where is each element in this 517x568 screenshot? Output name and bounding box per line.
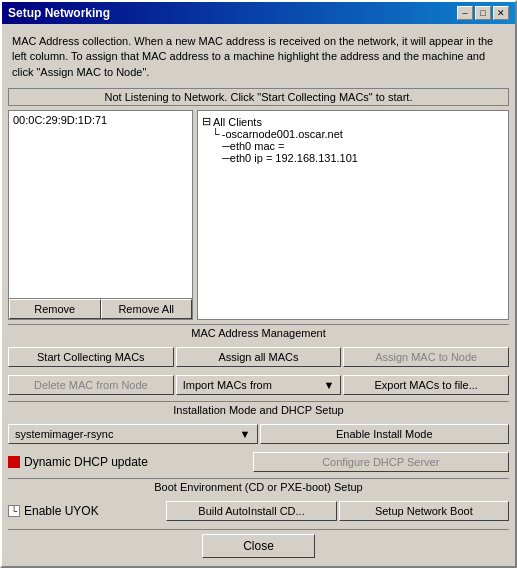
mac-address-item[interactable]: 00:0C:29:9D:1D:71 bbox=[11, 113, 190, 127]
tree-eth0-mac-label: ─eth0 mac = bbox=[222, 140, 285, 152]
dhcp-status-icon bbox=[8, 456, 20, 468]
window-title: Setup Networking bbox=[8, 6, 110, 20]
main-window: Setup Networking – □ ✕ MAC Address colle… bbox=[0, 0, 517, 568]
node-tree-panel[interactable]: ⊟ All Clients └ -oscarnode001.oscar.net … bbox=[197, 110, 509, 320]
close-button-main[interactable]: Close bbox=[202, 534, 315, 558]
panel-buttons: Remove Remove All bbox=[9, 298, 192, 319]
assign-all-button[interactable]: Assign all MACs bbox=[176, 347, 342, 367]
systemimager-arrow-icon: ▼ bbox=[240, 428, 251, 440]
start-collecting-button[interactable]: Start Collecting MACs bbox=[8, 347, 174, 367]
tree-root-label: All Clients bbox=[213, 116, 262, 128]
mac-management-row1: Start Collecting MACs Assign all MACs As… bbox=[8, 345, 509, 369]
build-autoinstall-button[interactable]: Build AutoInstall CD... bbox=[166, 501, 336, 521]
content-area: MAC Address collection. When a new MAC a… bbox=[2, 24, 515, 566]
install-row2: Dynamic DHCP update Configure DHCP Serve… bbox=[8, 450, 509, 474]
tree-node-label: -oscarnode001.oscar.net bbox=[222, 128, 343, 140]
setup-network-boot-button[interactable]: Setup Network Boot bbox=[339, 501, 509, 521]
close-row: Close bbox=[8, 529, 509, 560]
mac-list-panel: 00:0C:29:9D:1D:71 Remove Remove All bbox=[8, 110, 193, 320]
import-arrow-icon: ▼ bbox=[323, 379, 334, 391]
systemimager-label: systemimager-rsync bbox=[15, 428, 113, 440]
delete-mac-button[interactable]: Delete MAC from Node bbox=[8, 375, 174, 395]
title-bar: Setup Networking – □ ✕ bbox=[2, 2, 515, 24]
panels-row: 00:0C:29:9D:1D:71 Remove Remove All ⊟ Al… bbox=[8, 110, 509, 320]
tree-eth0-ip: ─eth0 ip = 192.168.131.101 bbox=[222, 152, 504, 164]
mac-list[interactable]: 00:0C:29:9D:1D:71 bbox=[9, 111, 192, 298]
import-macs-button[interactable]: Import MACs from ▼ bbox=[176, 375, 342, 395]
install-row1: systemimager-rsync ▼ Enable Install Mode bbox=[8, 422, 509, 446]
tree-connector: └ bbox=[212, 128, 220, 140]
boot-section-label: Boot Environment (CD or PXE-boot) Setup bbox=[8, 478, 509, 495]
enable-uyok-label: Enable UYOK bbox=[24, 504, 99, 518]
tree-node: └ -oscarnode001.oscar.net bbox=[212, 128, 504, 140]
import-macs-label: Import MACs from bbox=[183, 379, 272, 391]
assign-mac-to-node-button[interactable]: Assign MAC to Node bbox=[343, 347, 509, 367]
configure-dhcp-button[interactable]: Configure DHCP Server bbox=[253, 452, 510, 472]
mac-management-row2: Delete MAC from Node Import MACs from ▼ … bbox=[8, 373, 509, 397]
enable-install-button[interactable]: Enable Install Mode bbox=[260, 424, 510, 444]
mac-management-label: MAC Address Management bbox=[8, 324, 509, 341]
remove-button[interactable]: Remove bbox=[9, 299, 101, 319]
maximize-button[interactable]: □ bbox=[475, 6, 491, 20]
tree-eth0-ip-label: ─eth0 ip = 192.168.131.101 bbox=[222, 152, 358, 164]
status-bar: Not Listening to Network. Click "Start C… bbox=[8, 88, 509, 106]
tree-eth0-mac: ─eth0 mac = bbox=[222, 140, 504, 152]
uyok-checkbox[interactable]: └ bbox=[8, 505, 20, 517]
description-text: MAC Address collection. When a new MAC a… bbox=[8, 30, 509, 84]
minimize-button[interactable]: – bbox=[457, 6, 473, 20]
boot-row: └ Enable UYOK Build AutoInstall CD... Se… bbox=[8, 499, 509, 523]
expand-icon: ⊟ bbox=[202, 115, 211, 128]
title-bar-controls: – □ ✕ bbox=[457, 6, 509, 20]
install-section-label: Installation Mode and DHCP Setup bbox=[8, 401, 509, 418]
close-button[interactable]: ✕ bbox=[493, 6, 509, 20]
dynamic-dhcp-label: Dynamic DHCP update bbox=[24, 455, 148, 469]
tree-root: ⊟ All Clients bbox=[202, 115, 504, 128]
remove-all-button[interactable]: Remove All bbox=[101, 299, 193, 319]
dynamic-dhcp-row: Dynamic DHCP update bbox=[8, 452, 251, 472]
enable-uyok-row: └ Enable UYOK bbox=[8, 501, 164, 521]
export-macs-button[interactable]: Export MACs to file... bbox=[343, 375, 509, 395]
systemimager-button[interactable]: systemimager-rsync ▼ bbox=[8, 424, 258, 444]
